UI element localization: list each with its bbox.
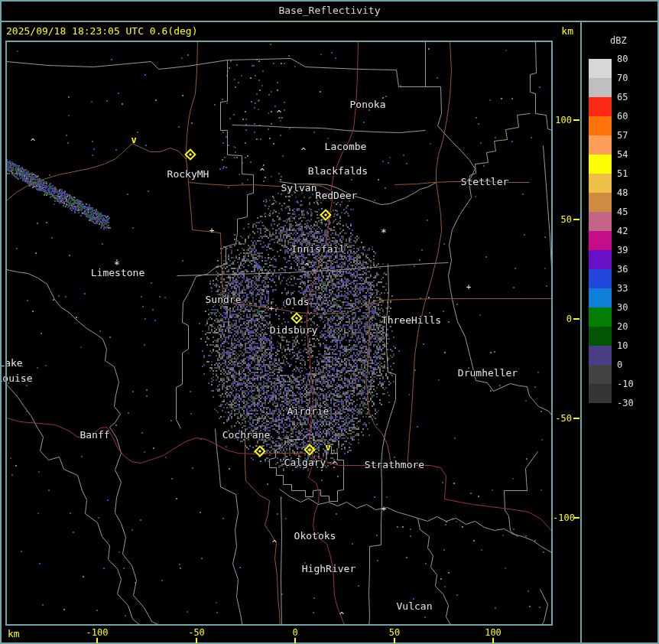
colorbar-label: 70 bbox=[617, 73, 648, 83]
colorbar-swatch bbox=[589, 135, 612, 154]
colorbar-label: 20 bbox=[617, 321, 648, 332]
colorbar-label: 45 bbox=[617, 207, 648, 217]
colorbar-swatch bbox=[589, 346, 612, 365]
colorbar-swatch bbox=[589, 59, 612, 78]
right-axis-tick-label: 100 bbox=[553, 115, 572, 125]
colorbar-swatch bbox=[589, 288, 612, 307]
bottom-axis-tick-label: -50 bbox=[180, 627, 213, 638]
right-axis-tick-label: 50 bbox=[553, 214, 572, 225]
window-title: Base_Reflectivity bbox=[278, 5, 380, 16]
colorbar-swatch bbox=[589, 250, 612, 269]
right-axis-tick bbox=[573, 219, 579, 220]
colorbar-title: dBZ bbox=[610, 35, 627, 46]
colorbar-swatch bbox=[589, 365, 612, 384]
colorbar-label: -30 bbox=[617, 398, 648, 408]
bottom-axis-tick-label: -100 bbox=[80, 627, 114, 638]
colorbar-label: 57 bbox=[617, 130, 648, 141]
colorbar-label: 60 bbox=[617, 111, 648, 122]
colorbar-swatch bbox=[589, 154, 612, 174]
colorbar-label: -10 bbox=[617, 379, 648, 389]
bottom-axis-tick bbox=[96, 638, 98, 643]
colorbar-label: 0 bbox=[617, 359, 648, 370]
bottom-axis-tick bbox=[492, 638, 494, 643]
bottom-axis-unit-label: km bbox=[8, 628, 20, 639]
right-axis-unit-label: km bbox=[561, 25, 573, 37]
right-axis-tick-label: 0 bbox=[553, 314, 572, 324]
colorbar-label: 51 bbox=[617, 168, 648, 179]
bottom-axis-tick bbox=[394, 638, 395, 643]
bottom-axis-tick-label: 100 bbox=[476, 627, 510, 638]
colorbar-label: 48 bbox=[617, 187, 648, 198]
colorbar-swatches bbox=[589, 59, 612, 403]
right-axis-tick-label: -50 bbox=[553, 413, 572, 424]
bottom-axis-tick bbox=[294, 638, 296, 643]
bottom-axis-tick-label: 0 bbox=[278, 627, 312, 638]
right-axis-tick-label: -100 bbox=[553, 512, 572, 523]
colorbar-label: 10 bbox=[617, 340, 648, 351]
colorbar-swatch bbox=[589, 97, 612, 116]
colorbar-panel: dBZ 807065605754514845423936333020100-10… bbox=[581, 0, 659, 644]
right-range-axis: 100500-50-100 bbox=[553, 41, 581, 626]
colorbar-swatch bbox=[589, 231, 612, 250]
colorbar-label: 33 bbox=[617, 283, 648, 294]
colorbar-label: 54 bbox=[617, 149, 648, 160]
colorbar-label: 80 bbox=[617, 54, 648, 64]
right-axis-tick bbox=[573, 418, 579, 419]
colorbar-swatch bbox=[589, 116, 612, 135]
colorbar-label: 36 bbox=[617, 264, 648, 275]
colorbar-swatch bbox=[589, 193, 612, 212]
colorbar-label: 39 bbox=[617, 245, 648, 255]
colorbar-swatch bbox=[589, 384, 612, 403]
colorbar-swatch bbox=[589, 78, 612, 97]
bottom-axis-tick bbox=[196, 638, 197, 643]
colorbar-swatch bbox=[589, 307, 612, 327]
colorbar-label: 30 bbox=[617, 302, 648, 313]
scan-timestamp: 2025/09/18 18:23:05 UTC 0.6(deg) bbox=[6, 25, 197, 37]
colorbar-swatch bbox=[589, 327, 612, 346]
title-bar: Base_Reflectivity bbox=[0, 0, 659, 22]
colorbar-swatch bbox=[589, 269, 612, 288]
bottom-range-axis: km -100-50050100 bbox=[5, 626, 553, 644]
colorbar-swatch bbox=[589, 174, 612, 193]
right-axis-tick bbox=[573, 318, 579, 320]
colorbar-label: 65 bbox=[617, 92, 648, 102]
status-row: 2025/09/18 18:23:05 UTC 0.6(deg) km bbox=[2, 24, 578, 39]
colorbar-swatch bbox=[589, 212, 612, 231]
right-axis-tick bbox=[573, 119, 579, 121]
bottom-axis-tick-label: 50 bbox=[378, 627, 411, 638]
colorbar-label: 42 bbox=[617, 226, 648, 236]
